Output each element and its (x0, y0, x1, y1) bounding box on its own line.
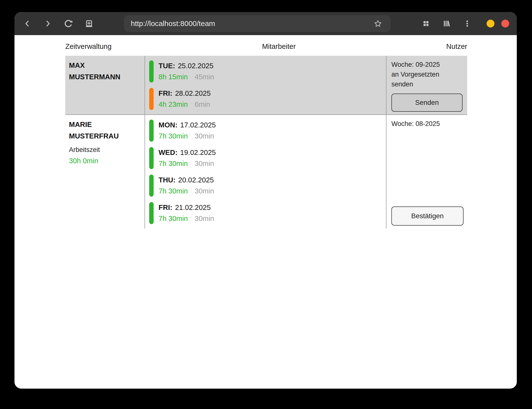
work-duration: 7h 30min (159, 215, 188, 222)
worktime-value: 30h 0min (69, 156, 142, 166)
day-label: WED: (159, 149, 177, 156)
day-entry: WED:19.02.2025 7h 30min30min (149, 147, 386, 169)
kebab-menu-icon[interactable] (460, 17, 474, 30)
day-label: FRI: (159, 89, 172, 97)
reload-icon[interactable] (62, 17, 75, 30)
nav-mitarbeiter[interactable]: Mitarbeiter (262, 42, 296, 51)
break-duration: 30min (195, 160, 214, 167)
status-pill (149, 120, 154, 142)
day-entry: FRI:21.02.2025 7h 30min30min (149, 202, 386, 224)
day-entry: FRI:28.02.2025 4h 23min6min (149, 88, 386, 110)
page-header: Zeitverwaltung Mitarbeiter Nutzer (65, 42, 467, 51)
employee-name-cell: MAX MUSTERMANN (65, 56, 145, 114)
employee-name-line1: MAX (69, 60, 142, 71)
bestaetigen-button[interactable]: Bestätigen (391, 206, 464, 226)
day-times-line: 4h 23min6min (159, 99, 211, 110)
week-text-line2: an Vorgesetzten (391, 69, 465, 79)
week-action-cell: Woche: 09-2025 an Vorgesetzten senden Se… (386, 56, 467, 114)
day-times-line: 8h 15min45min (159, 71, 214, 82)
day-date: 19.02.2025 (180, 149, 216, 156)
day-entry: TUE:25.02.2025 8h 15min45min (149, 60, 386, 82)
work-duration: 8h 15min (159, 73, 188, 81)
day-times-line: 7h 30min30min (159, 131, 216, 142)
week-text-line3: senden (391, 79, 465, 89)
day-date-line: MON:17.02.2025 (159, 120, 216, 131)
work-duration: 7h 30min (159, 132, 188, 140)
day-entry: MON:17.02.2025 7h 30min30min (149, 120, 386, 142)
forward-icon[interactable] (41, 17, 55, 30)
status-pill (149, 202, 154, 224)
employee-row-marie: MARIE MUSTERFRAU Arbeitszeit 30h 0min MO… (65, 115, 467, 229)
day-label: MON: (159, 121, 177, 129)
back-icon[interactable] (20, 17, 34, 30)
work-duration: 4h 23min (159, 100, 188, 108)
browser-toolbar: http://localhost:8000/team (14, 12, 517, 35)
day-entry-text: WED:19.02.2025 7h 30min30min (159, 147, 216, 169)
worktime-label: Arbeitszeit (69, 145, 142, 155)
nav-zeitverwaltung[interactable]: Zeitverwaltung (65, 42, 112, 51)
day-date: 21.02.2025 (175, 204, 211, 211)
work-duration: 7h 30min (159, 187, 188, 195)
day-date: 20.02.2025 (178, 176, 214, 184)
break-duration: 30min (195, 187, 214, 195)
week-action-cell: Woche: 08-2025 Bestätigen (386, 115, 467, 229)
day-date-line: THU:20.02.2025 (159, 175, 214, 186)
employee-table: MAX MUSTERMANN TUE:25.02.2025 8h 15min45… (65, 56, 467, 229)
day-times-line: 7h 30min30min (159, 158, 216, 169)
employee-name-line2: MUSTERMANN (69, 71, 142, 83)
browser-window: http://localhost:8000/team (14, 12, 517, 389)
senden-button[interactable]: Senden (391, 94, 463, 112)
day-entry-text: FRI:21.02.2025 7h 30min30min (159, 202, 214, 224)
status-pill (149, 88, 154, 110)
status-pill (149, 60, 154, 82)
day-entries-cell: TUE:25.02.2025 8h 15min45min FRI:28.02.2… (145, 56, 386, 114)
work-duration: 7h 30min (159, 160, 188, 167)
week-text-line1: Woche: 09-2025 (391, 60, 465, 69)
day-entry-text: FRI:28.02.2025 4h 23min6min (159, 88, 211, 110)
employee-name-line1: MARIE (69, 119, 142, 130)
employee-row-max: MAX MUSTERMANN TUE:25.02.2025 8h 15min45… (65, 56, 467, 115)
day-date: 25.02.2025 (178, 62, 213, 70)
break-duration: 30min (195, 215, 214, 222)
library-icon[interactable] (440, 17, 453, 30)
page-content: Zeitverwaltung Mitarbeiter Nutzer MAX MU… (14, 35, 517, 389)
week-text-line1: Woche: 08-2025 (391, 119, 465, 129)
url-bar[interactable]: http://localhost:8000/team (124, 15, 391, 32)
day-entry-text: THU:20.02.2025 7h 30min30min (159, 175, 214, 197)
url-text[interactable]: http://localhost:8000/team (131, 19, 215, 28)
day-label: FRI: (159, 204, 172, 211)
day-date: 28.02.2025 (175, 89, 211, 97)
day-date-line: TUE:25.02.2025 (159, 60, 214, 71)
day-entry-text: TUE:25.02.2025 8h 15min45min (159, 60, 214, 82)
tab-grid-icon[interactable] (419, 17, 433, 30)
day-date-line: FRI:28.02.2025 (159, 88, 211, 99)
nav-nutzer[interactable]: Nutzer (446, 42, 467, 51)
day-entry: THU:20.02.2025 7h 30min30min (149, 175, 386, 197)
window-minimize-button[interactable] (487, 20, 494, 27)
employee-name-line2: MUSTERFRAU (69, 130, 142, 142)
star-icon[interactable] (372, 18, 383, 29)
day-label: THU: (159, 176, 175, 184)
employee-name-cell: MARIE MUSTERFRAU Arbeitszeit 30h 0min (65, 115, 145, 229)
break-duration: 30min (195, 132, 214, 140)
day-date-line: FRI:21.02.2025 (159, 202, 214, 213)
day-date: 17.02.2025 (180, 121, 216, 129)
status-pill (149, 175, 154, 197)
window-close-button[interactable] (501, 20, 509, 27)
status-pill (149, 147, 154, 169)
break-duration: 45min (195, 73, 214, 81)
new-tab-icon[interactable] (82, 17, 96, 30)
day-times-line: 7h 30min30min (159, 186, 214, 197)
day-label: TUE: (159, 62, 175, 70)
day-date-line: WED:19.02.2025 (159, 147, 216, 158)
day-entry-text: MON:17.02.2025 7h 30min30min (159, 120, 216, 142)
break-duration: 6min (195, 100, 210, 108)
day-times-line: 7h 30min30min (159, 213, 214, 224)
day-entries-cell: MON:17.02.2025 7h 30min30min WED:19.02.2… (145, 115, 386, 229)
